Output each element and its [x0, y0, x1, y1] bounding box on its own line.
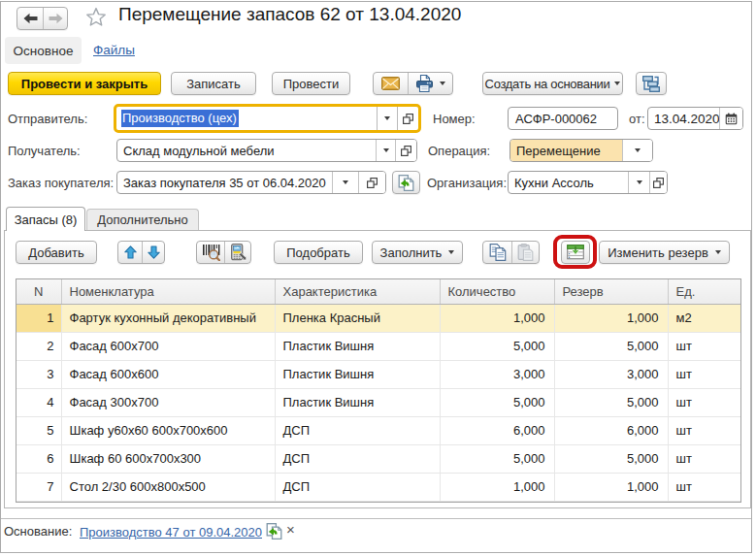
- move-down-button[interactable]: [142, 242, 164, 263]
- operation-combo[interactable]: Перемещение: [509, 139, 653, 162]
- cell-n: 1: [16, 304, 61, 332]
- col-header-unit[interactable]: Ед.: [668, 279, 740, 304]
- tab-additional[interactable]: Дополнительно: [86, 209, 199, 230]
- print-icon: [415, 75, 434, 92]
- organization-dropdown-button[interactable]: [628, 172, 649, 193]
- back-button[interactable]: [17, 8, 43, 29]
- cell-unit: шт: [668, 360, 740, 388]
- paste-button[interactable]: [511, 242, 539, 263]
- sender-dropdown-button[interactable]: [377, 107, 397, 130]
- tab-main-label: Основное: [14, 44, 74, 58]
- number-label: Номер:: [433, 107, 476, 130]
- save-button[interactable]: Записать: [171, 72, 256, 95]
- cell-quantity: 1,000: [440, 304, 554, 332]
- organization-combo[interactable]: Кухни Ассоль: [508, 171, 668, 194]
- pick-button[interactable]: Подобрать: [274, 241, 363, 264]
- scanner-button[interactable]: [224, 242, 250, 263]
- dropdown-icon: [637, 180, 642, 184]
- sender-open-button[interactable]: [397, 107, 418, 130]
- date-input[interactable]: 13.04.2020: [647, 107, 743, 130]
- col-header-item[interactable]: Номенклатура: [61, 279, 275, 304]
- cell-item: Шкаф 60 600х700х300: [61, 444, 275, 473]
- table-row[interactable]: 4 Фасад 300х700 Пластик Вишня 5,000 5,00…: [16, 388, 740, 416]
- create-based-on-button[interactable]: Создать на основании: [482, 72, 623, 95]
- barcode-search-button[interactable]: [197, 242, 224, 263]
- cell-characteristic: ДСП: [275, 444, 440, 473]
- col-header-quantity[interactable]: Количество: [440, 279, 554, 304]
- tab-inventory[interactable]: Запасы (8): [6, 207, 85, 231]
- table-row[interactable]: 2 Фасад 600х700 Пластик Вишня 5,000 5,00…: [16, 332, 740, 360]
- cell-quantity: 5,000: [440, 388, 554, 416]
- sender-combo[interactable]: Производство (цех): [114, 104, 421, 133]
- receiver-open-button[interactable]: [395, 140, 416, 161]
- cell-reserve: 5,000: [554, 388, 668, 416]
- create-based-on-label: Создать на основании: [485, 77, 610, 91]
- dropdown-icon: [383, 148, 389, 152]
- dropdown-icon: [343, 180, 348, 184]
- cell-reserve: 1,000: [554, 473, 668, 501]
- number-input[interactable]: АСФР-000062: [508, 107, 618, 130]
- tab-main[interactable]: Основное: [5, 37, 82, 64]
- customer-order-based-on-button[interactable]: [392, 171, 420, 194]
- post-and-close-label: Провести и закрыть: [21, 77, 148, 91]
- move-up-button[interactable]: [118, 242, 142, 263]
- receiver-combo[interactable]: Склад модульной мебели: [116, 139, 417, 162]
- save-label: Записать: [186, 77, 241, 91]
- table-row[interactable]: 3 Фасад 600х600 Пластик Вишня 3,000 3,00…: [16, 360, 740, 388]
- add-row-button[interactable]: Добавить: [16, 241, 97, 264]
- cell-item: Фасад 300х700: [61, 388, 275, 416]
- based-on-icon[interactable]: [266, 523, 282, 540]
- customer-order-combo[interactable]: Заказ покупателя 35 от 06.04.2020: [116, 171, 386, 194]
- post-and-close-button[interactable]: Провести и закрыть: [8, 72, 161, 95]
- add-row-label: Добавить: [28, 245, 83, 260]
- create-based-on-dropdown-icon: [614, 82, 620, 85]
- cell-quantity: 5,000: [440, 444, 554, 473]
- table-row[interactable]: 5 Шкаф у60х60 600х700х600 ДСП 6,000 6,00…: [16, 416, 740, 444]
- related-documents-icon: [642, 76, 660, 92]
- customer-order-open-button[interactable]: [358, 172, 385, 193]
- col-header-n[interactable]: N: [16, 279, 61, 304]
- cell-item: Фартук кухонный декоративный: [61, 304, 275, 332]
- mail-print-group: [373, 72, 453, 95]
- base-document-link[interactable]: Производство 47 от 09.04.2020: [80, 525, 262, 540]
- move-down-icon: [148, 245, 160, 259]
- sender-value-area: Производство (цех): [116, 107, 377, 130]
- nav-history-group: [16, 7, 68, 30]
- customer-order-dropdown-button[interactable]: [332, 172, 358, 193]
- table-row[interactable]: 1 Фартук кухонный декоративный Пленка Кр…: [16, 304, 740, 332]
- copy-button[interactable]: [483, 242, 511, 263]
- forward-button[interactable]: [43, 8, 67, 29]
- fill-button[interactable]: Заполнить: [372, 241, 463, 264]
- organization-label: Организация:: [427, 171, 507, 194]
- col-header-characteristic[interactable]: Характеристика: [275, 279, 440, 304]
- post-label: Провести: [283, 77, 340, 91]
- cell-quantity: 6,000: [440, 416, 554, 444]
- cell-quantity: 1,000: [440, 473, 554, 501]
- sender-value: Производство (цех): [121, 110, 239, 127]
- copy-icon: [489, 244, 507, 261]
- operation-dropdown-button[interactable]: [622, 140, 652, 161]
- tab-additional-label: Дополнительно: [97, 213, 188, 227]
- mail-button[interactable]: [374, 73, 408, 94]
- related-documents-button[interactable]: [636, 72, 667, 95]
- organization-open-button[interactable]: [649, 172, 667, 193]
- cell-n: 5: [16, 416, 61, 444]
- col-header-reserve[interactable]: Резерв: [554, 279, 668, 304]
- tab-files[interactable]: Файлы: [93, 43, 135, 57]
- receiver-dropdown-button[interactable]: [376, 140, 395, 161]
- paste-icon: [517, 244, 534, 261]
- cell-characteristic: Пластик Вишня: [275, 388, 440, 416]
- print-button[interactable]: [408, 73, 452, 94]
- table-row[interactable]: 7 Стол 2/30 600х800х500 ДСП 1,000 1,000 …: [16, 473, 740, 501]
- cell-unit: шт: [668, 388, 740, 416]
- operation-value: Перемещение: [510, 140, 622, 161]
- table-row[interactable]: 6 Шкаф 60 600х700х300 ДСП 5,000 5,000 шт: [16, 444, 740, 473]
- favorite-star-icon[interactable]: [84, 6, 108, 29]
- cell-quantity: 5,000: [440, 332, 554, 360]
- post-button[interactable]: Провести: [272, 72, 350, 95]
- date-calendar-button[interactable]: [719, 108, 742, 129]
- customer-order-value: Заказ покупателя 35 от 06.04.2020: [117, 172, 332, 193]
- clear-base-icon[interactable]: ×: [286, 522, 295, 537]
- organization-value: Кухни Ассоль: [509, 172, 628, 193]
- change-reserve-button[interactable]: Изменить резерв: [599, 241, 730, 264]
